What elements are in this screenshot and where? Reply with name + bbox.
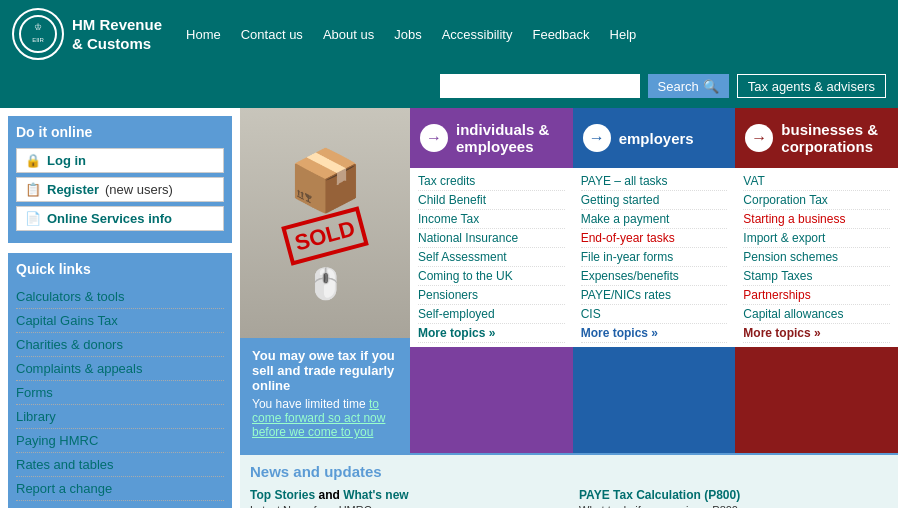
online-services-link[interactable]: Online Services info	[47, 211, 172, 226]
link-make-payment[interactable]: Make a payment	[581, 210, 728, 229]
header: ♔ EIIR HM Revenue & Customs Home Contact…	[0, 0, 898, 108]
link-national-insurance[interactable]: National Insurance	[418, 229, 565, 248]
list-item: Rates and tables	[16, 453, 224, 477]
news-title: News and updates	[250, 463, 888, 480]
list-item: Calculators & tools	[16, 285, 224, 309]
businesses-arrow-icon: →	[745, 124, 773, 152]
list-item: Report a change	[16, 477, 224, 501]
link-coming-to-uk[interactable]: Coming to the UK	[418, 267, 565, 286]
nav-help[interactable]: Help	[610, 27, 637, 42]
businesses-title: businesses & corporations	[781, 121, 888, 155]
promo-body: You have limited time to come forward so…	[252, 397, 398, 439]
main-container: Do it online 🔒 Log in 📋 Register (new us…	[0, 108, 898, 508]
link-child-benefit[interactable]: Child Benefit	[418, 191, 565, 210]
link-pensioners[interactable]: Pensioners	[418, 286, 565, 305]
svg-text:♔: ♔	[34, 22, 42, 32]
list-item: Charities & donors	[16, 333, 224, 357]
news-item-body: Latest News from HMRC	[250, 504, 559, 508]
whats-new-link[interactable]: What's new	[343, 488, 409, 502]
businesses-more-topics[interactable]: More topics »	[743, 324, 890, 343]
link-import-export[interactable]: Import & export	[743, 229, 890, 248]
logo-icon: ♔ EIIR	[12, 8, 64, 60]
ql-forms[interactable]: Forms	[16, 385, 53, 400]
link-end-of-year[interactable]: End-of-year tasks	[581, 229, 728, 248]
ql-library[interactable]: Library	[16, 409, 56, 424]
link-self-employed[interactable]: Self-employed	[418, 305, 565, 324]
news-item-title: PAYE Tax Calculation (P800)	[579, 488, 888, 502]
header-top: ♔ EIIR HM Revenue & Customs Home Contact…	[0, 0, 898, 68]
link-corporation-tax[interactable]: Corporation Tax	[743, 191, 890, 210]
employers-header: → employers	[573, 108, 736, 168]
list-item: Forms	[16, 381, 224, 405]
news-item-top-stories: Top Stories and What's new Latest News f…	[250, 488, 559, 508]
individuals-title: individuals & employees	[456, 121, 563, 155]
do-it-online-title: Do it online	[16, 124, 224, 140]
link-paye-all[interactable]: PAYE – all tasks	[581, 172, 728, 191]
ql-rates[interactable]: Rates and tables	[16, 457, 114, 472]
doi-register[interactable]: 📋 Register (new users)	[16, 177, 224, 202]
employers-title: employers	[619, 130, 694, 147]
doi-login[interactable]: 🔒 Log in	[16, 148, 224, 173]
employers-more-topics[interactable]: More topics »	[581, 324, 728, 343]
quick-links-title: Quick links	[16, 261, 224, 277]
individuals-more-topics[interactable]: More topics »	[418, 324, 565, 343]
link-getting-started[interactable]: Getting started	[581, 191, 728, 210]
top-row: 📦 SOLD 🖱️ You may owe tax if you sell an…	[240, 108, 898, 453]
logo-area: ♔ EIIR HM Revenue & Customs	[12, 8, 162, 60]
login-link[interactable]: Log in	[47, 153, 86, 168]
link-pension-schemes[interactable]: Pension schemes	[743, 248, 890, 267]
svg-text:EIIR: EIIR	[32, 37, 44, 43]
list-item: Welsh/Cymraeg	[16, 501, 224, 508]
search-button[interactable]: Search 🔍	[648, 74, 729, 98]
doi-online-services[interactable]: 📄 Online Services info	[16, 206, 224, 231]
individuals-arrow-icon: →	[420, 124, 448, 152]
ql-charities[interactable]: Charities & donors	[16, 337, 123, 352]
link-capital-allowances[interactable]: Capital allowances	[743, 305, 890, 324]
tax-agents-button[interactable]: Tax agents & advisers	[737, 74, 886, 98]
promo-area: 📦 SOLD 🖱️ You may owe tax if you sell an…	[240, 108, 410, 453]
news-item-title: Top Stories and What's new	[250, 488, 559, 502]
news-item-p800: PAYE Tax Calculation (P800) What to do i…	[579, 488, 888, 508]
link-expenses-benefits[interactable]: Expenses/benefits	[581, 267, 728, 286]
link-self-assessment[interactable]: Self Assessment	[418, 248, 565, 267]
doc-icon: 📄	[25, 211, 41, 226]
search-input[interactable]	[440, 74, 640, 98]
nav-accessibility[interactable]: Accessibility	[442, 27, 513, 42]
news-grid: Top Stories and What's new Latest News f…	[250, 488, 888, 508]
p800-link[interactable]: PAYE Tax Calculation (P800)	[579, 488, 740, 502]
link-tax-credits[interactable]: Tax credits	[418, 172, 565, 191]
list-item: Complaints & appeals	[16, 357, 224, 381]
link-cis[interactable]: CIS	[581, 305, 728, 324]
logo-text: HM Revenue & Customs	[72, 15, 162, 54]
lock-icon: 🔒	[25, 153, 41, 168]
link-starting-business[interactable]: Starting a business	[743, 210, 890, 229]
link-stamp-taxes[interactable]: Stamp Taxes	[743, 267, 890, 286]
link-vat[interactable]: VAT	[743, 172, 890, 191]
header-search-bar: Search 🔍 Tax agents & advisers	[0, 68, 898, 108]
link-income-tax[interactable]: Income Tax	[418, 210, 565, 229]
news-section: News and updates Top Stories and What's …	[240, 453, 898, 508]
link-file-in-year[interactable]: File in-year forms	[581, 248, 728, 267]
top-stories-link[interactable]: Top Stories	[250, 488, 315, 502]
register-link[interactable]: Register	[47, 182, 99, 197]
ql-paying[interactable]: Paying HMRC	[16, 433, 98, 448]
ql-report-change[interactable]: Report a change	[16, 481, 112, 496]
nav-jobs[interactable]: Jobs	[394, 27, 421, 42]
nav-feedback[interactable]: Feedback	[532, 27, 589, 42]
promo-link[interactable]: to come forward so act now before we com…	[252, 397, 385, 439]
ql-cgt[interactable]: Capital Gains Tax	[16, 313, 118, 328]
link-partnerships[interactable]: Partnerships	[743, 286, 890, 305]
nav-about[interactable]: About us	[323, 27, 374, 42]
individuals-column: → individuals & employees Tax credits Ch…	[410, 108, 573, 453]
link-paye-nics[interactable]: PAYE/NICs rates	[581, 286, 728, 305]
main-nav: Home Contact us About us Jobs Accessibil…	[186, 27, 886, 42]
promo-title: You may owe tax if you sell and trade re…	[252, 348, 398, 393]
ql-calculators[interactable]: Calculators & tools	[16, 289, 124, 304]
quick-links-panel: Quick links Calculators & tools Capital …	[8, 253, 232, 508]
nav-contact[interactable]: Contact us	[241, 27, 303, 42]
nav-home[interactable]: Home	[186, 27, 221, 42]
page-wrapper: ♔ EIIR HM Revenue & Customs Home Contact…	[0, 0, 898, 508]
ql-complaints[interactable]: Complaints & appeals	[16, 361, 142, 376]
columns-area: 📦 SOLD 🖱️ You may owe tax if you sell an…	[240, 108, 898, 508]
quick-links-list: Calculators & tools Capital Gains Tax Ch…	[16, 285, 224, 508]
